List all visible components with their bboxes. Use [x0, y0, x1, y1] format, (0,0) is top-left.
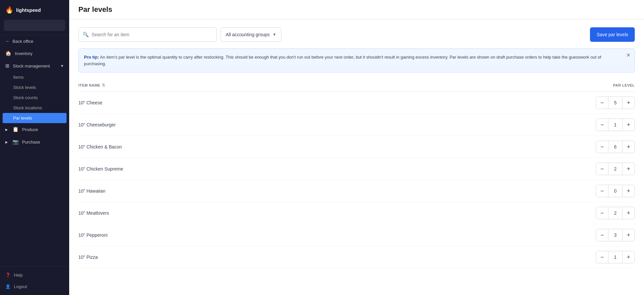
sidebar: 🔥 lightspeed ← Back office 🏠 Inventory ⊞…: [0, 0, 69, 295]
save-par-levels-button[interactable]: Save par levels: [590, 27, 635, 42]
decrement-button[interactable]: −: [596, 141, 608, 153]
decrement-button[interactable]: −: [596, 229, 608, 241]
par-controls: − 1 +: [596, 251, 635, 263]
search-input[interactable]: [92, 32, 212, 37]
increment-button[interactable]: +: [623, 97, 634, 109]
item-name: 10" Chicken & Bacon: [78, 136, 376, 158]
grid-icon: ⊞: [5, 63, 10, 69]
table-row: 10" Cheeseburger − 1 +: [78, 114, 635, 136]
item-name: 10" Hawaiian: [78, 180, 376, 202]
pro-tip-label: Pro tip:: [84, 55, 99, 60]
par-value: 0: [608, 185, 623, 197]
par-controls: − 1 +: [596, 119, 635, 131]
accounting-groups-dropdown[interactable]: All accounting groups ▼: [221, 27, 281, 42]
table-row: 10" Hawaiian − 0 +: [78, 180, 635, 202]
help-label: Help: [14, 273, 23, 278]
par-value: 3: [608, 229, 623, 241]
produce-label: Produce: [22, 127, 38, 132]
par-value: 5: [608, 97, 623, 109]
pro-tip-banner: Pro tip: An item's par level is the opti…: [78, 48, 635, 72]
par-level-cell: − 1 +: [376, 114, 635, 136]
table-row: 10" Chicken & Bacon − 6 +: [78, 136, 635, 158]
logout-icon: 👤: [5, 284, 11, 289]
item-name: 10" Pizza: [78, 246, 376, 268]
increment-button[interactable]: +: [623, 185, 634, 197]
item-name: 10" Chicken Supreme: [78, 158, 376, 180]
chevron-right-icon-2: ▶: [5, 140, 8, 144]
par-level-cell: − 2 +: [376, 202, 635, 224]
sidebar-item-par-levels[interactable]: Par levels: [3, 113, 67, 123]
table-row: 10" Cheese − 5 +: [78, 92, 635, 114]
table-row: 10" Chicken Supreme − 2 +: [78, 158, 635, 180]
par-value: 2: [608, 163, 623, 175]
decrement-button[interactable]: −: [596, 119, 608, 131]
accounting-groups-label: All accounting groups: [226, 32, 270, 37]
pro-tip-text: An item's par level is the optimal quant…: [84, 55, 601, 66]
dropdown-chevron-icon: ▼: [272, 32, 276, 37]
decrement-button[interactable]: −: [596, 185, 608, 197]
back-arrow-icon: ←: [5, 39, 10, 44]
col-item-name: ITEM NAME ⇅: [78, 80, 376, 92]
sort-icon[interactable]: ⇅: [102, 83, 105, 88]
logout-label: Logout: [14, 284, 27, 289]
increment-button[interactable]: +: [623, 251, 634, 263]
pro-tip-close-button[interactable]: ✕: [626, 53, 630, 58]
sidebar-item-stock-locations[interactable]: Stock locations: [0, 103, 69, 113]
increment-button[interactable]: +: [623, 229, 634, 241]
sidebar-nav: 🏠 Inventory ⊞ Stock management ▼ Items S…: [0, 47, 69, 266]
sidebar-item-items[interactable]: Items: [0, 72, 69, 82]
back-office-link[interactable]: ← Back office: [0, 35, 69, 47]
search-box: 🔍: [78, 27, 217, 42]
sidebar-item-produce[interactable]: ▶ 📋 Produce: [0, 123, 69, 136]
par-value: 1: [608, 119, 623, 131]
chevron-right-icon: ▶: [5, 128, 8, 131]
par-controls: − 3 +: [596, 229, 635, 241]
item-name: 10" Cheese: [78, 92, 376, 114]
par-level-cell: − 3 +: [376, 224, 635, 246]
increment-button[interactable]: +: [623, 119, 634, 131]
table-row: 10" Pepperoni − 3 +: [78, 224, 635, 246]
sidebar-item-stock-counts[interactable]: Stock counts: [0, 93, 69, 103]
table-row: 10" Meatlovers − 2 +: [78, 202, 635, 224]
home-icon: 🏠: [5, 50, 12, 56]
par-controls: − 2 +: [596, 207, 635, 219]
purchase-label: Purchase: [22, 140, 40, 145]
help-icon: ❓: [5, 273, 11, 278]
increment-button[interactable]: +: [623, 141, 634, 153]
stock-management-label: Stock management: [13, 64, 50, 68]
logo-text: lightspeed: [16, 7, 41, 13]
sidebar-item-purchase[interactable]: ▶ 📷 Purchase: [0, 136, 69, 148]
inventory-label: Inventory: [15, 51, 32, 56]
item-name: 10" Meatlovers: [78, 202, 376, 224]
page-title: Par levels: [78, 5, 635, 14]
chevron-down-icon: ▼: [60, 64, 64, 68]
page-header: Par levels: [69, 0, 644, 19]
search-icon: 🔍: [83, 32, 89, 38]
par-value: 1: [608, 251, 623, 263]
main-content: Par levels 🔍 All accounting groups ▼ Sav…: [69, 0, 644, 295]
logo: 🔥 lightspeed: [0, 0, 69, 20]
sidebar-item-inventory[interactable]: 🏠 Inventory: [0, 47, 69, 60]
sidebar-item-stock-levels[interactable]: Stock levels: [0, 82, 69, 93]
purchase-icon: 📷: [13, 139, 19, 145]
produce-icon: 📋: [13, 126, 19, 132]
back-office-label: Back office: [13, 39, 33, 44]
par-controls: − 0 +: [596, 185, 635, 197]
toolbar: 🔍 All accounting groups ▼ Save par level…: [78, 27, 635, 42]
sidebar-item-stock-management[interactable]: ⊞ Stock management ▼: [0, 60, 69, 72]
help-link[interactable]: ❓ Help: [0, 269, 69, 281]
decrement-button[interactable]: −: [596, 207, 608, 219]
par-value: 6: [608, 141, 623, 153]
decrement-button[interactable]: −: [596, 251, 608, 263]
decrement-button[interactable]: −: [596, 97, 608, 109]
par-levels-table: ITEM NAME ⇅ PAR LEVEL 10" Cheese − 5 + 1…: [78, 80, 635, 268]
logout-link[interactable]: 👤 Logout: [0, 281, 69, 292]
decrement-button[interactable]: −: [596, 163, 608, 175]
par-value: 2: [608, 207, 623, 219]
par-level-cell: − 1 +: [376, 246, 635, 268]
par-level-cell: − 5 +: [376, 92, 635, 114]
table-row: 10" Pizza − 1 +: [78, 246, 635, 268]
increment-button[interactable]: +: [623, 163, 634, 175]
increment-button[interactable]: +: [623, 207, 634, 219]
sidebar-bottom: ❓ Help 👤 Logout: [0, 266, 69, 295]
